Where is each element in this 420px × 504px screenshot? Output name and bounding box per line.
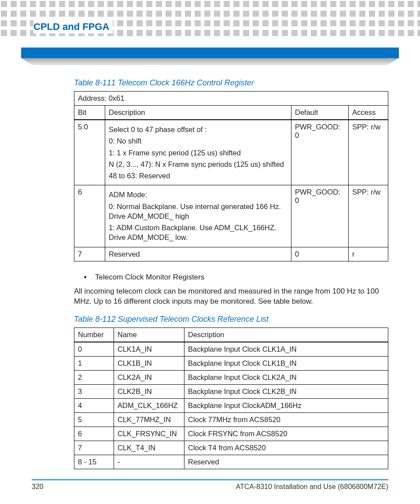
svg-rect-1 xyxy=(0,0,420,40)
col-number: Number xyxy=(74,328,114,342)
table-header-row: Number Name Description xyxy=(74,328,388,342)
header-pattern: CPLD and FPGA xyxy=(0,0,420,40)
table-row: 6 ADM Mode: 0: Normal Backplane. Use int… xyxy=(74,185,388,247)
table-row: 1 CLK1B_IN Backplane Input Clock CLK1B_I… xyxy=(74,357,388,371)
col-name: Name xyxy=(114,328,184,342)
col-desc: Description xyxy=(184,328,388,342)
table-reference-list: Number Name Description 0 CLK1A_IN Backp… xyxy=(74,327,388,469)
table-row: 5:0 Select 0 to 47 phase offset of : 0: … xyxy=(74,120,388,185)
body-paragraph: All incoming telecom clock can be monito… xyxy=(74,286,388,307)
table-row: 2 CLK2A_IN Backplane Input Clock CLK2A_I… xyxy=(74,371,388,385)
cell-default: 0 xyxy=(291,247,349,261)
cell-access: SPP: r/w xyxy=(349,185,388,247)
col-access: Access xyxy=(349,106,388,120)
cell-desc: Select 0 to 47 phase offset of : 0: No s… xyxy=(105,120,291,185)
col-desc: Description xyxy=(105,106,291,120)
cell-default: PWR_GOOD: 0 xyxy=(291,185,349,247)
page-footer: 320 ATCA-8310 Installation and Use (6806… xyxy=(32,479,388,491)
table-row: 6 CLK_FRSYNC_IN Clock FRSYNC from ACS852… xyxy=(74,427,388,441)
cell-bit: 5:0 xyxy=(74,120,105,185)
section-title: CPLD and FPGA xyxy=(33,20,113,33)
table-row: 8 - 15 - Reserved xyxy=(74,455,388,469)
header-shadow xyxy=(21,58,399,65)
header-rule xyxy=(21,48,399,58)
doc-title: ATCA-8310 Installation and Use (6806800M… xyxy=(236,483,388,491)
table-row: Address: 0x61 xyxy=(74,92,388,106)
cell-bit: 7 xyxy=(74,247,105,261)
page: CPLD and FPGA Table 8-111 Telecom Clock … xyxy=(0,0,420,504)
table-row: 0 CLK1A_IN Backplane Input Clock CLK1A_I… xyxy=(74,342,388,357)
table-row: 4 ADM_CLK_166HZ Backplane Input ClockADM… xyxy=(74,399,388,413)
col-default: Default xyxy=(291,106,349,120)
table-row: 3 CLK2B_IN Backplane Input Clock CLK2B_I… xyxy=(74,385,388,399)
cell-access: r xyxy=(349,247,388,261)
table-row: 7 CLK_T4_IN Clock T4 from ACS8520 xyxy=(74,441,388,455)
footer-rule xyxy=(32,479,388,480)
page-number: 320 xyxy=(32,483,44,491)
table-header-row: Bit Description Default Access xyxy=(74,106,388,120)
cell-desc: ADM Mode: 0: Normal Backplane. Use inter… xyxy=(105,185,291,247)
cell-bit: 6 xyxy=(74,185,105,247)
cell-desc: Reserved xyxy=(105,247,291,261)
list-item: Telecom Clock Monitor Registers xyxy=(92,273,388,282)
table-row: 7 Reserved 0 r xyxy=(74,247,388,261)
col-bit: Bit xyxy=(74,106,105,120)
content-area: Table 8-111 Telecom Clock 166Hz Control … xyxy=(74,78,388,469)
table-caption-1: Table 8-111 Telecom Clock 166Hz Control … xyxy=(74,78,388,88)
cell-access: SPP: r/w xyxy=(349,120,388,185)
table-row: 5 CLK_77MHZ_IN Clock 77MHz from ACS8520 xyxy=(74,413,388,427)
cell-default: PWR_GOOD: 0 xyxy=(291,120,349,185)
dot-grid-icon xyxy=(0,0,420,40)
table-caption-2: Table 8-112 Supervised Telecom Clocks Re… xyxy=(74,315,388,324)
table-control-register: Address: 0x61 Bit Description Default Ac… xyxy=(74,91,388,261)
bullet-list: Telecom Clock Monitor Registers xyxy=(74,273,388,282)
address-cell: Address: 0x61 xyxy=(74,92,388,106)
